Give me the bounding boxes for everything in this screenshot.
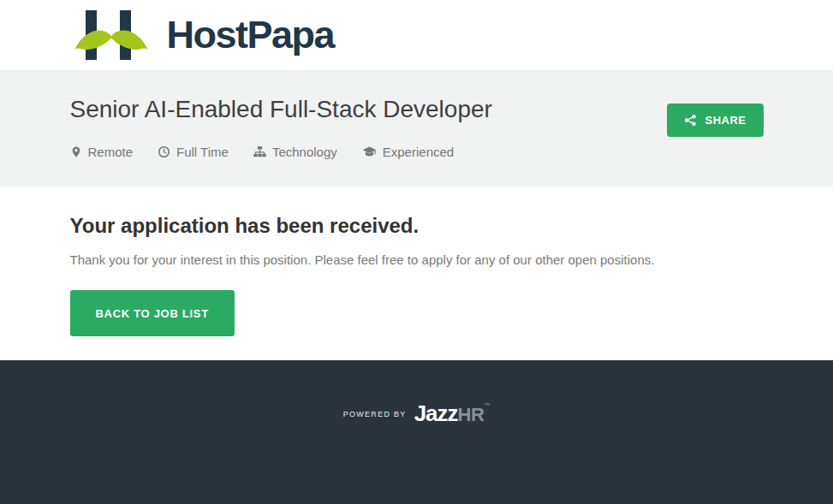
main-content: Your application has been received. Than… [0,187,833,360]
confirmation-message: Thank you for your interest in this posi… [70,252,764,267]
powered-by-label: POWERED BY [343,410,407,418]
share-button[interactable]: SHARE [667,104,763,137]
share-icon [684,114,697,127]
meta-employment-type: Full Time [158,145,229,159]
mustache-icon [74,28,148,51]
clock-icon [158,145,170,158]
jazzhr-logo[interactable]: Jazz HR ™ [414,400,491,427]
site-footer: POWERED BY Jazz HR ™ [0,360,833,504]
job-meta: Remote Full Time [70,145,492,159]
jazzhr-logo-jazz: Jazz [414,400,458,427]
meta-location-label: Remote [88,145,134,159]
page: HostPapa Senior AI-Enabled Full-Stack De… [0,0,833,504]
map-marker-icon [70,145,82,158]
meta-department: Technology [253,145,337,159]
meta-employment-type-label: Full Time [176,145,229,159]
sitemap-icon [253,145,266,158]
job-banner-left: Senior AI-Enabled Full-Stack Developer R… [70,96,492,159]
brand-wordmark: HostPapa [167,13,335,57]
meta-location: Remote [70,145,134,159]
meta-experience-label: Experienced [383,145,454,159]
back-to-job-list-button[interactable]: BACK TO JOB LIST [70,290,235,336]
meta-experience: Experienced [362,145,454,159]
confirmation-heading: Your application has been received. [70,214,764,238]
job-title: Senior AI-Enabled Full-Stack Developer [70,96,492,123]
graduation-cap-icon [362,145,377,158]
site-header: HostPapa [0,0,833,70]
share-button-label: SHARE [705,114,746,127]
trademark-symbol: ™ [484,402,490,408]
jazzhr-logo-hr: HR [458,404,485,426]
hostpapa-logo[interactable]: HostPapa [70,10,764,60]
hostpapa-logo-icon [74,10,148,60]
meta-department-label: Technology [272,145,337,159]
powered-by-block: POWERED BY Jazz HR ™ [0,360,833,427]
job-banner: Senior AI-Enabled Full-Stack Developer R… [0,70,833,187]
